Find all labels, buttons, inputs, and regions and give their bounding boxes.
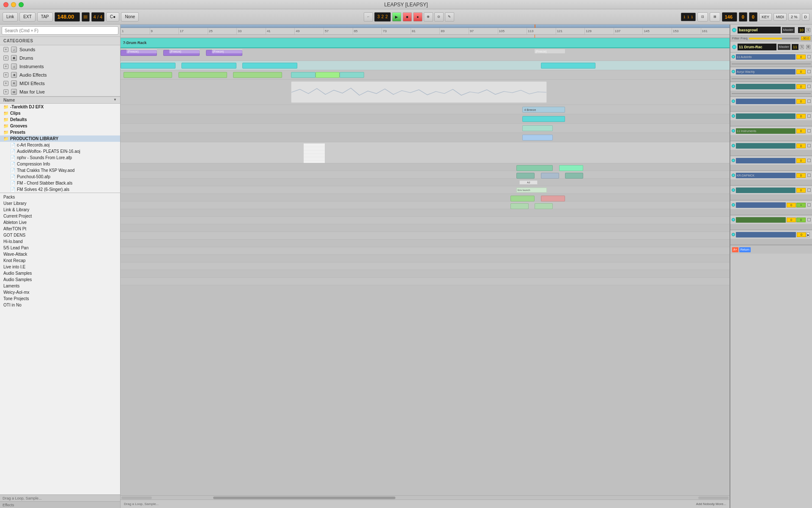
file-item-production[interactable]: 📁 PRODUCTION LIBRARY xyxy=(0,135,120,142)
category-max[interactable]: + M Max for Live xyxy=(0,88,120,96)
places-got[interactable]: GOT DENS xyxy=(0,232,120,238)
device-val[interactable]: 10 xyxy=(798,27,805,33)
clip-g-1[interactable] xyxy=(510,196,535,202)
clip-cyan-1[interactable] xyxy=(121,63,176,69)
clip-cyan-2[interactable] xyxy=(181,63,236,69)
clip-green-4[interactable] xyxy=(315,72,340,78)
file-fm-solves[interactable]: 📄 FM Solves 42 (6-Singer).als xyxy=(7,186,120,193)
clip-teal-1[interactable] xyxy=(291,72,315,78)
places-packs[interactable]: Packs xyxy=(0,194,120,200)
clip-r-1[interactable] xyxy=(541,196,565,202)
scroll-right-btn[interactable] xyxy=(698,497,729,499)
places-ableton[interactable]: Ableton Live xyxy=(0,219,120,226)
back-button[interactable]: ← xyxy=(364,12,373,22)
track-btn-5[interactable] xyxy=(807,114,811,118)
scroll-left-btn[interactable] xyxy=(121,497,152,499)
file-item-defaults[interactable]: 📁 Defaults xyxy=(0,116,120,123)
file-item-tarekith[interactable]: 📁 -Tarekith DJ EFX xyxy=(0,104,120,110)
drum-dest[interactable]: Master xyxy=(778,44,790,50)
places-ani[interactable]: Audio Samples xyxy=(0,276,120,283)
places-live[interactable]: Live into I.E xyxy=(0,264,120,270)
link-button[interactable]: Link xyxy=(3,12,18,22)
h-scrollbar[interactable] xyxy=(121,495,730,500)
file-c-art[interactable]: 📄 c-Art Records.aoj xyxy=(7,142,120,148)
clip-cyan-3[interactable] xyxy=(242,63,297,69)
places-link[interactable]: Link & Library xyxy=(0,207,120,213)
device-collapse[interactable]: S xyxy=(806,28,810,32)
resize-btn[interactable]: ⊡ xyxy=(697,12,708,22)
places-user[interactable]: User Library xyxy=(0,200,120,207)
add-max-icon[interactable]: + xyxy=(3,89,8,94)
track-btn-inst[interactable] xyxy=(807,129,811,133)
add-inst-icon[interactable]: + xyxy=(3,64,8,69)
clip-g-2[interactable] xyxy=(510,203,529,209)
window-controls[interactable] xyxy=(3,2,24,7)
category-sounds[interactable]: + ♪ Sounds xyxy=(0,45,120,54)
clip-teal-2[interactable] xyxy=(340,72,364,78)
minimize-button[interactable] xyxy=(11,2,16,7)
quantize-val[interactable]: None xyxy=(121,12,139,22)
add-fx-icon[interactable]: + xyxy=(3,72,8,77)
category-instruments[interactable]: + ♫ Instruments xyxy=(0,62,120,71)
category-midi-effects[interactable]: + ≋ MIDI Effects xyxy=(0,79,120,88)
close-button[interactable] xyxy=(3,2,8,7)
file-crakks[interactable]: 📄 That Crakks The K5P Way.aod xyxy=(7,167,120,174)
file-item-grooves[interactable]: 📁 Grooves xyxy=(0,123,120,129)
maximize-button[interactable] xyxy=(19,2,24,7)
places-hiloband[interactable]: Hi-lo.band xyxy=(0,238,120,245)
drum-collapse[interactable]: S xyxy=(800,45,804,49)
file-nphv[interactable]: 📄 nphv - Sounds From Lore.afp xyxy=(7,155,120,161)
file-item-clips[interactable]: 📁 Clips xyxy=(0,110,120,116)
places-weicy[interactable]: Weicy-Aol-mx xyxy=(0,289,120,295)
places-laments[interactable]: Laments xyxy=(0,283,120,289)
clip-sm-2[interactable] xyxy=(541,173,559,179)
clip-cyan-5[interactable] xyxy=(522,116,565,122)
stop-button[interactable]: ■ xyxy=(403,12,412,22)
file-fm-chord[interactable]: 📄 FM - Chord Stabber Black.als xyxy=(7,180,120,186)
drum-settings[interactable]: ⚙ xyxy=(806,45,810,49)
ext-button[interactable]: EXT xyxy=(19,12,35,22)
io-button[interactable]: D xyxy=(802,13,810,21)
places-wave[interactable]: Wave-Attack xyxy=(0,251,120,257)
clip-green-2[interactable] xyxy=(178,72,227,78)
track-extra-btn[interactable]: ▶ xyxy=(807,232,810,237)
sort-btn[interactable]: ▼ xyxy=(113,98,117,102)
bpm-display[interactable]: 148.00 xyxy=(55,12,80,22)
record-button[interactable]: ● xyxy=(413,12,422,22)
clip-green-5[interactable] xyxy=(516,165,553,171)
punch-button[interactable]: ⊙ xyxy=(434,12,444,22)
clip-g-3[interactable] xyxy=(535,203,553,209)
track-btn-3[interactable] xyxy=(807,85,811,88)
clip-green-6[interactable] xyxy=(559,165,584,171)
track-btn-4[interactable] xyxy=(807,99,811,103)
places-current[interactable]: Current Project xyxy=(0,213,120,219)
places-knot[interactable]: Knot Recap xyxy=(0,257,120,264)
category-audio-effects[interactable]: + ◈ Audio Effects xyxy=(0,71,120,79)
add-drums-icon[interactable]: + xyxy=(3,55,8,61)
add-midi-icon[interactable]: + xyxy=(3,81,8,86)
time-sig-display[interactable]: 4 / 4 xyxy=(91,12,104,22)
track-btn-kr[interactable] xyxy=(807,174,811,177)
clip-sm-3[interactable] xyxy=(565,173,583,179)
key-button[interactable]: KEY xyxy=(759,13,772,21)
places-lead[interactable]: 5/5 Lead Pan xyxy=(0,245,120,251)
file-compression[interactable]: 📄 Compression Info xyxy=(7,161,120,167)
midi-button[interactable]: MIDI xyxy=(774,13,787,21)
track-btn-1[interactable] xyxy=(807,55,811,58)
places-afterton[interactable]: AfterTON Pt xyxy=(0,226,120,232)
file-item-presets[interactable]: 📁 Presets xyxy=(0,129,120,135)
track-btn-g3[interactable] xyxy=(807,218,811,221)
clip-breeze[interactable]: 4 Breeze xyxy=(522,107,565,113)
places-audio[interactable]: Audio Samples xyxy=(0,270,120,276)
file-punchout[interactable]: 📄 Punchout-500.afp xyxy=(7,174,120,180)
drum-val[interactable]: 11 xyxy=(792,44,798,50)
track-btn-8[interactable] xyxy=(807,159,811,162)
track-btn-g1[interactable] xyxy=(807,188,811,192)
device-dest[interactable]: Master xyxy=(782,27,795,33)
clip-misc-2[interactable] xyxy=(522,135,553,141)
track-btn-g2[interactable] xyxy=(807,203,811,207)
track-btn-7[interactable] xyxy=(807,144,811,147)
draw-button[interactable]: ✎ xyxy=(445,12,454,22)
filter-slider[interactable] xyxy=(749,38,799,39)
tap-button[interactable]: TAP xyxy=(37,12,53,22)
